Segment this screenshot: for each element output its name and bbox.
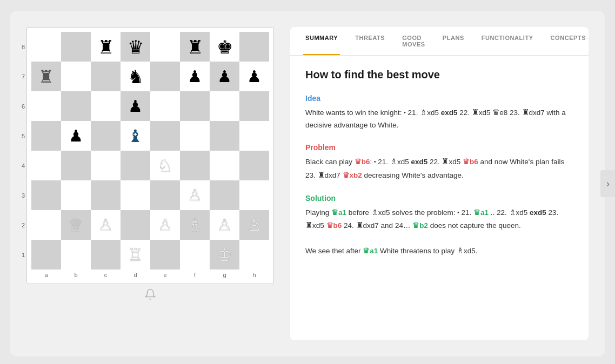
cell-b1[interactable] (61, 240, 91, 269)
tab-threats[interactable]: THREATS (353, 27, 387, 55)
cell-g7[interactable]: ♟ (210, 62, 239, 91)
cell-f7[interactable]: ♟ (180, 62, 210, 91)
cell-f3[interactable]: ♙ (180, 180, 210, 210)
cell-c4[interactable] (91, 151, 121, 180)
cell-g5[interactable] (210, 121, 239, 151)
cell-b3[interactable] (61, 180, 91, 210)
cell-e3[interactable] (150, 180, 180, 210)
cell-a8[interactable] (31, 32, 61, 62)
cell-a2[interactable] (31, 210, 61, 240)
rank-7: 7 (22, 62, 25, 91)
cell-e2[interactable]: ♙ (150, 210, 180, 240)
cell-b6[interactable] (61, 91, 91, 121)
cell-f5[interactable] (180, 121, 210, 151)
cell-g1[interactable]: ♔ (210, 240, 239, 269)
bell-icon[interactable] (144, 288, 156, 302)
tabs-bar: SUMMARY THREATS GOOD MOVES PLANS FUNCTIO… (290, 27, 589, 56)
file-h: h (239, 272, 269, 278)
cell-g8[interactable]: ♚ (210, 32, 239, 62)
cell-g4[interactable] (210, 151, 239, 180)
cell-c1[interactable] (91, 240, 121, 269)
cell-d3[interactable] (121, 180, 150, 210)
cell-c2[interactable]: ♙ (91, 210, 121, 240)
cell-c3[interactable] (91, 180, 121, 210)
file-a: a (31, 272, 61, 278)
cell-h3[interactable] (239, 180, 269, 210)
cell-d5[interactable]: ♝ (121, 121, 150, 151)
tab-good-moves[interactable]: GOOD MOVES (400, 27, 427, 55)
cell-c5[interactable] (91, 121, 121, 151)
problem-label: Problem (305, 143, 573, 152)
cell-f1[interactable] (180, 240, 210, 269)
cell-e6[interactable] (150, 91, 180, 121)
cell-b8[interactable] (61, 32, 91, 62)
cell-f8[interactable]: ♜ (180, 32, 210, 62)
chess-board[interactable]: ♜ ♛ ♜ ♚ ♜ (31, 32, 269, 269)
solution-label: Solution (305, 194, 573, 203)
idea-label: Idea (305, 94, 573, 103)
cell-e8[interactable] (150, 32, 180, 62)
file-labels: a b c d e f g h (31, 272, 269, 278)
cell-h4[interactable] (239, 151, 269, 180)
cell-h7[interactable]: ♟ (239, 62, 269, 91)
cell-d7[interactable]: ♞ (121, 62, 150, 91)
cell-d1[interactable]: ♖ (121, 240, 150, 269)
tab-functionality[interactable]: FUNCTIONALITY (479, 27, 536, 55)
cell-d8[interactable]: ♛ (121, 32, 150, 62)
rank-1: 1 (22, 240, 25, 269)
cell-a5[interactable] (31, 121, 61, 151)
file-b: b (61, 272, 91, 278)
cell-e5[interactable] (150, 121, 180, 151)
cell-b5[interactable]: ♟ (61, 121, 91, 151)
cell-c6[interactable] (91, 91, 121, 121)
cell-b2[interactable]: ♕ (61, 210, 91, 240)
cell-h6[interactable] (239, 91, 269, 121)
rank-6: 6 (22, 91, 25, 121)
final-section: We see thet after ♛a1 White threatens to… (305, 244, 573, 258)
cell-f2[interactable]: ♗ (180, 210, 210, 240)
file-g: g (210, 272, 239, 278)
cell-g2[interactable]: ♙ (210, 210, 239, 240)
cell-c7[interactable] (91, 62, 121, 91)
idea-section: Idea White wants to win the knight: • 21… (305, 94, 573, 131)
rank-5: 5 (22, 121, 25, 151)
file-c: c (91, 272, 121, 278)
cell-e7[interactable] (150, 62, 180, 91)
content-area: How to find the best move Idea White wan… (290, 56, 589, 340)
cell-b7[interactable] (61, 62, 91, 91)
tab-concepts[interactable]: CONCEPTS (549, 27, 589, 55)
cell-a7[interactable]: ♜ (31, 62, 61, 91)
cell-h1[interactable] (239, 240, 269, 269)
cell-d6[interactable]: ♟ (121, 91, 150, 121)
cell-d2[interactable] (121, 210, 150, 240)
cell-e4[interactable]: ♘ (150, 151, 180, 180)
cell-a3[interactable] (31, 180, 61, 210)
cell-h2[interactable]: ♙ (239, 210, 269, 240)
tab-summary[interactable]: SUMMARY (303, 27, 340, 55)
cell-h8[interactable] (239, 32, 269, 62)
cell-f6[interactable] (180, 91, 210, 121)
cell-g6[interactable] (210, 91, 239, 121)
file-d: d (121, 272, 150, 278)
final-text: We see thet after ♛a1 White threatens to… (305, 244, 573, 258)
rank-labels: 8 7 6 5 4 3 2 1 (22, 32, 25, 269)
cell-e1[interactable] (150, 240, 180, 269)
board-panel: 8 7 6 5 4 3 2 1 (26, 27, 274, 340)
cell-c8[interactable]: ♜ (91, 32, 121, 62)
cell-f4[interactable] (180, 151, 210, 180)
main-container: 8 7 6 5 4 3 2 1 (10, 11, 605, 356)
problem-section: Problem Black can play ♛b6: • 21. ♗xd5 e… (305, 143, 573, 182)
tab-plans[interactable]: PLANS (440, 27, 466, 55)
nav-arrow-right[interactable]: › (600, 170, 615, 197)
board-wrapper: 8 7 6 5 4 3 2 1 (26, 27, 274, 284)
file-e: e (150, 272, 180, 278)
cell-a4[interactable] (31, 151, 61, 180)
board-grid: ♜ ♛ ♜ ♚ ♜ (31, 32, 269, 269)
cell-a6[interactable] (31, 91, 61, 121)
rank-2: 2 (22, 210, 25, 240)
cell-g3[interactable] (210, 180, 239, 210)
cell-b4[interactable] (61, 151, 91, 180)
cell-h5[interactable] (239, 121, 269, 151)
cell-d4[interactable] (121, 151, 150, 180)
cell-a1[interactable] (31, 240, 61, 269)
